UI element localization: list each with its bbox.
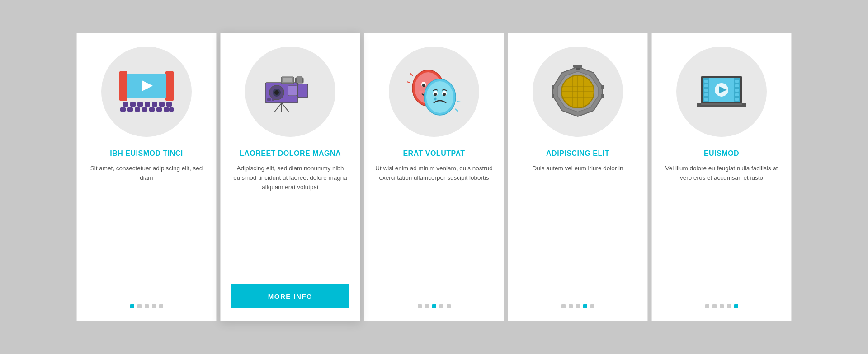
svg-point-40 <box>419 91 423 94</box>
cards-container: IBH EUISMOD TINCI Sit amet, consectetuer… <box>58 14 810 340</box>
svg-line-42 <box>410 73 413 76</box>
svg-point-48 <box>434 93 437 96</box>
svg-point-50 <box>434 98 437 101</box>
svg-rect-15 <box>149 107 155 112</box>
svg-rect-1 <box>165 71 174 101</box>
svg-line-33 <box>282 103 289 112</box>
svg-rect-82 <box>735 93 739 96</box>
svg-rect-12 <box>127 107 133 112</box>
svg-rect-80 <box>735 84 739 87</box>
more-info-button[interactable]: MORE INFO <box>231 284 349 308</box>
svg-rect-16 <box>156 107 162 112</box>
dot-4 <box>439 304 443 308</box>
svg-point-22 <box>274 90 279 95</box>
svg-point-49 <box>443 93 446 96</box>
spotlight-icon-circle <box>533 47 623 137</box>
dot-1 <box>130 304 134 308</box>
dot-5 <box>734 304 738 308</box>
dot-4 <box>583 304 587 308</box>
svg-rect-13 <box>135 107 140 112</box>
svg-rect-8 <box>152 102 157 107</box>
svg-point-45 <box>426 81 453 113</box>
svg-rect-29 <box>267 98 271 101</box>
dot-5 <box>159 304 163 308</box>
card-1-dots <box>130 304 163 308</box>
svg-rect-9 <box>159 102 165 107</box>
svg-rect-0 <box>119 71 127 101</box>
svg-line-31 <box>274 103 282 112</box>
dot-3 <box>145 304 149 308</box>
svg-rect-10 <box>166 102 172 107</box>
dot-2 <box>712 304 717 308</box>
card-3: ERAT VOLUTPAT Ut wisi enim ad minim veni… <box>364 33 504 321</box>
card-5-title: EUISMOD <box>704 149 739 158</box>
svg-line-43 <box>407 82 410 83</box>
theater-masks-icon-circle <box>389 47 479 137</box>
svg-rect-11 <box>120 107 126 112</box>
theater-masks-icon <box>405 69 463 114</box>
card-1-title: IBH EUISMOD TINCI <box>110 149 183 158</box>
dot-1 <box>705 304 709 308</box>
card-5-text: Vel illum dolore eu feugiat nulla facili… <box>663 164 780 293</box>
card-4-text: Duis autem vel eum iriure dolor in <box>532 164 623 293</box>
dot-2 <box>425 304 429 308</box>
cinema-icon-circle <box>101 47 192 137</box>
dot-2 <box>137 304 142 308</box>
svg-rect-73 <box>704 80 708 83</box>
dot-5 <box>447 304 451 308</box>
card-2-text: Adipiscing elit, sed diam nonummy nibh e… <box>231 164 349 274</box>
laptop-video-icon-circle <box>676 47 767 137</box>
svg-rect-24 <box>283 78 292 82</box>
svg-rect-14 <box>142 107 147 112</box>
svg-rect-28 <box>288 86 297 96</box>
svg-line-51 <box>455 109 458 112</box>
dot-4 <box>727 304 731 308</box>
svg-rect-74 <box>704 84 708 87</box>
svg-rect-86 <box>701 103 742 105</box>
card-2: LAOREET DOLORE MAGNA Adipiscing elit, se… <box>220 33 360 321</box>
dot-1 <box>561 304 566 308</box>
card-5-dots <box>705 304 738 308</box>
svg-point-38 <box>422 84 425 87</box>
svg-line-52 <box>457 102 461 102</box>
card-1: IBH EUISMOD TINCI Sit amet, consectetuer… <box>76 33 217 321</box>
card-1-text: Sit amet, consectetuer adipiscing elit, … <box>88 164 205 293</box>
dot-3 <box>432 304 436 308</box>
svg-rect-67 <box>573 65 582 68</box>
video-camera-icon <box>261 71 320 112</box>
svg-rect-75 <box>704 89 708 92</box>
svg-rect-30 <box>272 98 274 101</box>
spotlight-icon <box>551 65 605 119</box>
svg-rect-76 <box>704 93 708 96</box>
card-3-dots <box>418 304 451 308</box>
svg-rect-18 <box>169 107 174 112</box>
svg-rect-63 <box>552 85 554 89</box>
svg-rect-5 <box>130 102 136 107</box>
svg-rect-4 <box>123 102 128 107</box>
svg-rect-17 <box>164 107 169 112</box>
dot-1 <box>418 304 422 308</box>
dot-3 <box>720 304 724 308</box>
dot-2 <box>569 304 573 308</box>
card-4-dots <box>561 304 594 308</box>
svg-rect-66 <box>601 94 604 98</box>
video-camera-icon-circle <box>245 47 335 137</box>
dot-5 <box>590 304 594 308</box>
card-4: ADIPISCING ELIT Duis autem vel eum iriur… <box>508 33 648 321</box>
cinema-icon <box>119 71 174 112</box>
dot-3 <box>576 304 580 308</box>
svg-rect-81 <box>735 89 739 92</box>
card-4-title: ADIPISCING ELIT <box>546 149 609 158</box>
svg-rect-26 <box>297 76 302 83</box>
card-5: EUISMOD Vel illum dolore eu feugiat null… <box>651 33 792 321</box>
svg-rect-79 <box>735 80 739 83</box>
svg-rect-6 <box>137 102 143 107</box>
svg-rect-7 <box>145 102 150 107</box>
laptop-video-icon <box>692 69 751 114</box>
card-3-title: ERAT VOLUTPAT <box>403 149 465 158</box>
svg-rect-27 <box>298 84 308 98</box>
card-2-title: LAOREET DOLORE MAGNA <box>240 149 341 158</box>
svg-rect-64 <box>552 94 554 98</box>
card-3-text: Ut wisi enim ad minim veniam, quis nostr… <box>375 164 493 293</box>
svg-rect-77 <box>704 98 708 101</box>
